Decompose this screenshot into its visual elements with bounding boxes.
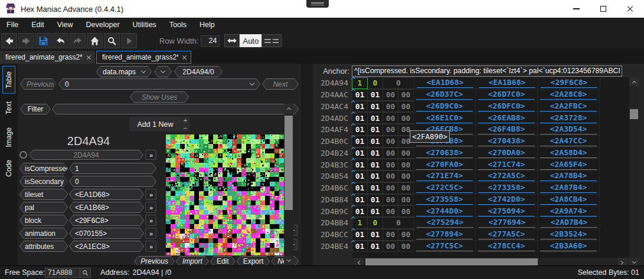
hex-byte[interactable]: 00 (383, 101, 398, 113)
anchor-input[interactable] (352, 65, 622, 77)
scroll-up-button[interactable] (284, 104, 293, 113)
menu-item[interactable]: View (51, 18, 80, 32)
back-button[interactable] (1, 33, 17, 48)
hex-pointer-cell[interactable]: <270438> (475, 136, 538, 147)
hex-byte[interactable]: 01 (367, 241, 383, 252)
hex-pointer-cell[interactable]: <275094> (475, 205, 538, 217)
free-space-search-button[interactable] (80, 268, 91, 278)
menu-item[interactable]: Edit (25, 18, 51, 32)
menu-item[interactable]: Help (193, 18, 221, 32)
hex-address[interactable]: 2D4BCC (313, 229, 352, 241)
auto-width-toggle[interactable]: Auto (240, 34, 261, 47)
field-value-input[interactable]: <2A1EC8> (69, 241, 144, 252)
menu-item[interactable]: Utilities (126, 18, 163, 32)
hex-byte[interactable]: 00 (383, 147, 398, 159)
free-space-input[interactable] (45, 268, 80, 278)
hex-pointer-cell[interactable]: <272A5C> (475, 170, 538, 182)
hex-pointer-cell[interactable]: <2A47CC> (537, 136, 600, 147)
hex-byte[interactable]: 00 (398, 182, 414, 194)
minimize-button[interactable] (563, 0, 590, 18)
side-tab[interactable]: Text (2, 96, 15, 120)
record-name-input[interactable]: 2D4A94 (29, 150, 143, 160)
hex-byte[interactable]: 00 (383, 229, 398, 241)
hex-pointer-cell[interactable]: <270638> (413, 147, 476, 159)
field-value-input[interactable]: <070155> (69, 228, 144, 239)
table-selector[interactable]: data.maps (96, 66, 152, 77)
hex-pointer-cell[interactable]: <273558> (413, 194, 476, 206)
stepper-minus-button[interactable]: − (182, 124, 189, 132)
row-width-input[interactable] (201, 35, 220, 47)
hex-pointer-cell[interactable]: <EA1D68> (414, 77, 476, 89)
hex-pointer-cell[interactable]: <26EAB8> (475, 112, 538, 124)
hex-byte[interactable]: 00 (398, 159, 414, 170)
field-goto-button[interactable]: » (145, 189, 156, 200)
hex-address[interactable]: 2D4B24 (313, 147, 352, 159)
hex-byte[interactable]: 00 (383, 112, 398, 124)
maximize-button[interactable] (590, 0, 617, 18)
hex-address[interactable]: 2D4B54 (313, 170, 352, 182)
hex-byte[interactable]: 01 (367, 182, 383, 194)
hex-pointer-cell[interactable]: <275294> (414, 217, 476, 229)
stretch-width-button[interactable] (224, 34, 240, 47)
hex-byte[interactable]: 00 (398, 147, 414, 159)
goto-address-button[interactable]: » (145, 150, 156, 160)
hex-pointer-cell[interactable]: <271C74> (475, 159, 538, 170)
field-value-input[interactable]: 0 (69, 176, 156, 187)
hex-byte[interactable]: 01 (367, 112, 383, 124)
hex-byte[interactable]: 01 (367, 89, 383, 101)
hex-pointer-cell[interactable]: <277694> (476, 217, 538, 229)
hex-pointer-cell[interactable]: <278CC4> (475, 241, 538, 252)
hex-pointer-cell[interactable]: <EA1B68> (476, 77, 538, 89)
hex-byte[interactable]: 00 (383, 170, 398, 182)
hex-byte[interactable]: 01 (367, 194, 383, 206)
field-value-input[interactable]: <EA1B68> (69, 202, 144, 213)
hex-address[interactable]: 2D4AC4 (313, 101, 352, 113)
hex-byte[interactable]: 00 (398, 229, 414, 241)
hex-pointer-cell[interactable]: <270FA0> (413, 159, 476, 170)
hex-byte[interactable]: 00 (398, 241, 414, 252)
hex-address[interactable]: 2D4B3C (313, 159, 352, 170)
show-uses-button[interactable]: Show Uses (130, 91, 189, 103)
tileset-preview[interactable] (166, 134, 292, 255)
hex-address[interactable]: 2D4AF4 (313, 124, 352, 136)
scroll-down-button[interactable] (284, 256, 293, 265)
document-tab[interactable]: firered_animate_grass2* (0, 51, 95, 64)
hex-address[interactable]: 2D4AAC (313, 89, 352, 101)
hex-pointer-cell[interactable]: <2A78B4> (537, 170, 600, 182)
tab-close-icon[interactable] (182, 55, 187, 60)
hex-pointer-cell[interactable]: <29F6C8> (538, 77, 600, 89)
hex-pointer-cell[interactable]: <26DFC0> (475, 101, 538, 113)
hex-byte[interactable]: 01 (367, 170, 383, 182)
document-tab[interactable]: firered_animate_grass2* (96, 51, 191, 64)
scrollbar-thumb[interactable] (630, 109, 638, 119)
search-button[interactable] (104, 33, 120, 48)
hex-byte[interactable]: 01 (367, 229, 383, 241)
hex-address[interactable]: 2D4A94 (313, 77, 352, 89)
field-value-input[interactable]: <29F6C8> (69, 215, 144, 226)
hex-byte[interactable]: 00 (398, 101, 414, 113)
hex-byte[interactable]: 00 (398, 194, 414, 206)
redo-button[interactable] (70, 33, 86, 48)
hex-pointer-cell[interactable]: <271E74> (413, 170, 476, 182)
hex-pointer-cell[interactable]: <277A5C> (475, 229, 538, 241)
hex-byte[interactable]: 0 (367, 217, 383, 229)
scroll-up-button[interactable] (629, 77, 639, 87)
hex-byte[interactable]: 01 (367, 159, 383, 170)
hex-pointer-cell[interactable]: <26D37C> (413, 89, 476, 101)
hex-byte[interactable]: 0 (383, 217, 414, 229)
hex-address[interactable]: 2D4ADC (313, 112, 352, 124)
hex-byte[interactable]: 00 (383, 205, 398, 217)
add-new-button[interactable]: Add 1 New (129, 117, 181, 132)
hex-pointer-cell[interactable]: <2A87B4> (537, 182, 600, 194)
hex-pointer-cell[interactable]: <2A3728> (537, 112, 600, 124)
row-layout-button[interactable] (261, 34, 282, 47)
hex-byte[interactable]: 00 (398, 205, 414, 217)
side-tab[interactable]: Code (2, 155, 15, 182)
forward-button[interactable] (18, 33, 34, 48)
breadcrumb-address[interactable]: 2D4A94/0 (174, 66, 223, 77)
stepper-plus-button[interactable]: + (182, 117, 189, 124)
hex-pointer-cell[interactable]: <2B3524> (537, 229, 600, 241)
hex-byte[interactable]: 00 (383, 194, 398, 206)
hex-pointer-cell[interactable]: <26D7C0> (475, 89, 538, 101)
hex-pointer-cell[interactable]: <2A8CB4> (537, 194, 600, 206)
